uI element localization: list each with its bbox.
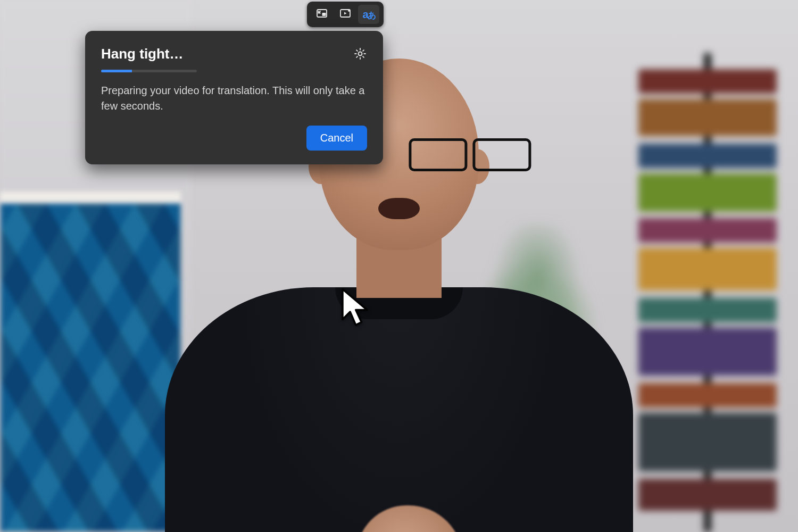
mouse-cursor-icon	[339, 287, 370, 329]
progress-fill	[101, 70, 132, 72]
video-enhance-icon	[339, 7, 352, 22]
background-artwork	[0, 192, 181, 532]
svg-point-3	[359, 52, 362, 56]
settings-button[interactable]	[353, 47, 367, 61]
picture-in-picture-button[interactable]	[311, 5, 332, 24]
popup-title: Hang tight…	[101, 46, 184, 62]
video-overlay-toolbar: aあ	[307, 2, 384, 27]
popup-message: Preparing your video for translation. Th…	[101, 83, 367, 114]
cancel-button[interactable]: Cancel	[306, 126, 367, 151]
translate-button[interactable]: aあ	[358, 5, 379, 24]
progress-bar	[101, 70, 197, 72]
video-frame[interactable]: aあ Hang tight… Preparing your video for …	[0, 0, 798, 532]
svg-rect-1	[322, 13, 326, 16]
translation-progress-popup: Hang tight… Preparing your video for tra…	[85, 31, 383, 164]
background-bookshelf	[638, 53, 777, 532]
gear-icon	[353, 53, 367, 62]
picture-in-picture-icon	[315, 7, 328, 22]
video-enhance-button[interactable]	[335, 5, 356, 24]
background-plant	[468, 223, 606, 415]
translate-icon: aあ	[362, 9, 375, 20]
